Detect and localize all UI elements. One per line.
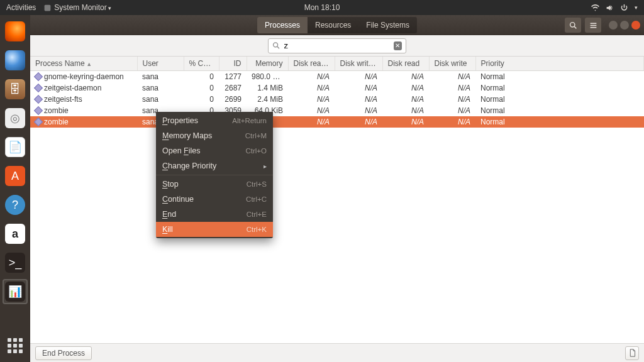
dock: 🗄◎📄A?a>_📊	[0, 15, 30, 362]
search-button[interactable]	[565, 18, 581, 33]
menu-label: Memory Maps	[162, 131, 212, 140]
menu-shortcut: Ctrl+C	[246, 195, 267, 203]
dock-item-terminal[interactable]: >_	[3, 250, 28, 275]
menu-label: Stop	[162, 180, 179, 189]
app-menu[interactable]: System Monitor	[54, 3, 111, 12]
svg-rect-3	[590, 23, 596, 24]
process-name: zeitgeist-fts	[44, 95, 82, 104]
firefox-icon	[5, 21, 25, 41]
dock-item-help[interactable]: ?	[3, 192, 28, 217]
search-field-icon	[272, 41, 280, 50]
search-box: ✕	[268, 38, 406, 53]
process-icon	[34, 72, 43, 81]
menu-properties[interactable]: PropertiesAlt+Return	[156, 113, 273, 128]
tab-resources[interactable]: Resources	[308, 17, 358, 33]
svg-point-1	[570, 22, 574, 26]
files-icon: 🗄	[5, 79, 25, 99]
menu-kill[interactable]: KillCtrl+K	[156, 222, 273, 237]
column-process-name[interactable]: Process Name	[30, 57, 137, 71]
svg-point-6	[274, 43, 278, 47]
rhythmbox-icon: ◎	[5, 108, 25, 128]
table-row[interactable]: zeitgeist-daemonsana026871.4 MiBN/AN/AN/…	[30, 82, 644, 94]
sysmonitor-icon: 📊	[5, 282, 25, 302]
column-id[interactable]: ID	[219, 57, 247, 71]
table-row[interactable]: zombiesana0305964.0 KiBN/AN/AN/AN/ANorma…	[30, 105, 644, 116]
svg-rect-4	[590, 25, 596, 26]
menu-label: Change Priority	[162, 162, 216, 170]
writer-icon: 📄	[5, 137, 25, 157]
table-row[interactable]: zeitgeist-ftssana026992.4 MiBN/AN/AN/AN/…	[30, 94, 644, 105]
column-user[interactable]: User	[137, 57, 184, 71]
window-minimize[interactable]	[609, 21, 618, 30]
column-disk-write[interactable]: Disk write	[429, 57, 475, 71]
column-disk-read[interactable]: Disk read	[382, 57, 429, 71]
clear-search-button[interactable]: ✕	[394, 41, 402, 50]
process-icon	[34, 84, 43, 92]
document-icon	[628, 349, 636, 357]
menu-change-priority[interactable]: Change Priority	[156, 158, 273, 173]
menu-label: Properties	[162, 116, 198, 125]
column-priority[interactable]: Priority	[475, 57, 644, 71]
table-row[interactable]: zombiesana03068N/AN/AN/AN/ANormal	[30, 116, 644, 128]
terminal-icon: >_	[5, 253, 25, 273]
headerbar: ProcessesResourcesFile Systems	[30, 15, 644, 35]
menu-label: Kill	[162, 225, 173, 234]
menu-end[interactable]: EndCtrl+E	[156, 207, 273, 222]
svg-rect-5	[590, 26, 596, 28]
tab-processes[interactable]: Processes	[257, 17, 308, 33]
search-input[interactable]	[284, 41, 390, 50]
menu-stop[interactable]: StopCtrl+S	[156, 177, 273, 192]
end-process-button[interactable]: End Process	[35, 346, 92, 360]
power-icon[interactable]	[620, 4, 628, 12]
bottom-toolbar: End Process	[30, 343, 644, 362]
dock-item-amazon[interactable]: a	[3, 221, 28, 246]
process-context-menu: PropertiesAlt+ReturnMemory MapsCtrl+MOpe…	[156, 112, 273, 238]
volume-icon[interactable]	[606, 4, 614, 12]
dock-item-firefox[interactable]	[3, 19, 28, 44]
svg-line-2	[574, 26, 576, 28]
wifi-icon[interactable]	[591, 4, 599, 12]
dock-item-thunderbird[interactable]	[3, 48, 28, 73]
dock-item-files[interactable]: 🗄	[3, 77, 28, 102]
menu-label: Open Files	[162, 146, 200, 155]
process-icon	[34, 95, 43, 104]
help-icon: ?	[5, 195, 25, 215]
menu-shortcut: Ctrl+M	[245, 132, 267, 140]
menu-shortcut: Ctrl+S	[247, 180, 267, 188]
activities-button[interactable]: Activities	[6, 3, 36, 12]
software-icon: A	[5, 166, 25, 186]
column-disk-read-total[interactable]: Disk read total	[288, 57, 335, 71]
menu-caret-icon[interactable]: ▾	[635, 4, 638, 11]
process-name: zombie	[44, 106, 69, 115]
menu-continue[interactable]: ContinueCtrl+C	[156, 192, 273, 207]
clock[interactable]: Mon 18:10	[304, 3, 340, 12]
process-table[interactable]: Process NameUser% CPUIDMemoryDisk read t…	[30, 57, 644, 343]
column-disk-write-total[interactable]: Disk write total	[335, 57, 382, 71]
process-name: zombie	[44, 118, 69, 126]
tab-file-systems[interactable]: File Systems	[358, 17, 417, 33]
dock-item-sysmonitor[interactable]: 📊	[3, 279, 28, 304]
column-memory[interactable]: Memory	[247, 57, 288, 71]
dock-item-rhythmbox[interactable]: ◎	[3, 106, 28, 131]
hamburger-button[interactable]	[585, 18, 601, 33]
menu-separator	[156, 175, 273, 175]
app-icon	[43, 4, 52, 12]
menu-shortcut: Alt+Return	[232, 117, 267, 124]
thunderbird-icon	[5, 50, 25, 70]
window-maximize[interactable]	[620, 21, 629, 30]
search-row: ✕	[30, 35, 644, 57]
process-icon	[34, 118, 43, 126]
process-details-button[interactable]	[625, 346, 639, 360]
dock-item-software[interactable]: A	[3, 163, 28, 189]
table-row[interactable]: gnome-keyring-daemonsana01277980.0 KiBN/…	[30, 71, 644, 83]
gnome-top-panel: Activities System Monitor Mon 18:10 ▾	[0, 0, 644, 15]
dock-item-writer[interactable]: 📄	[3, 134, 28, 160]
dock-apps[interactable]	[3, 333, 28, 358]
process-name: gnome-keyring-daemon	[44, 72, 124, 81]
column--cpu[interactable]: % CPU	[184, 57, 219, 71]
menu-memory-maps[interactable]: Memory MapsCtrl+M	[156, 128, 273, 143]
apps-grid-icon	[8, 338, 23, 353]
menu-open-files[interactable]: Open FilesCtrl+O	[156, 143, 273, 158]
menu-shortcut: Ctrl+O	[245, 147, 267, 155]
window-close[interactable]	[631, 21, 640, 30]
